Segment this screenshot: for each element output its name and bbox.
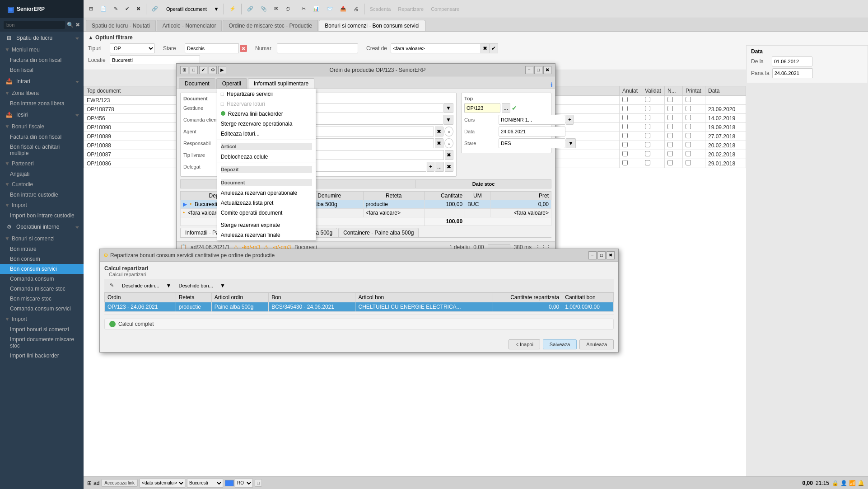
- sidebar-item-angajati[interactable]: Angajati: [0, 169, 84, 179]
- chk-n-7[interactable]: [667, 160, 673, 165]
- toolbar-edit-btn[interactable]: ✎: [111, 4, 121, 14]
- toolbar-inbox-btn[interactable]: 📥: [337, 4, 350, 14]
- delegat-dots-btn[interactable]: ...: [435, 162, 444, 172]
- chk-validat-2[interactable]: [645, 115, 650, 120]
- toolbar-timer-btn[interactable]: ⏱: [282, 5, 294, 14]
- acceseaza-link-btn[interactable]: Acceseaza link: [101, 479, 138, 487]
- sidebar-item-import-doc-miscare[interactable]: Import documente miscare stoc: [0, 334, 84, 351]
- chk-validat-1[interactable]: [645, 106, 650, 111]
- order-tab-informatii[interactable]: Informatii suplimentare: [248, 78, 314, 89]
- chk-n-6[interactable]: [667, 151, 673, 156]
- toolbar-link-btn[interactable]: 🔗: [149, 4, 161, 14]
- chk-anulat-0[interactable]: [622, 97, 628, 102]
- sidebar-search-input[interactable]: [4, 21, 65, 29]
- sidebar-operatiuni[interactable]: ⚙ Operatiuni interne: [0, 221, 84, 233]
- repartizare-toolbar-btn1[interactable]: ✎: [107, 281, 117, 290]
- curs-plus-btn[interactable]: +: [566, 115, 574, 125]
- sidebar-item-bon-miscare-stoc[interactable]: Bon miscare stoc: [0, 294, 84, 304]
- chk-anulat-2[interactable]: [622, 115, 628, 120]
- operatii-menu-item-rezerva-lini[interactable]: Rezerva linii backorder: [217, 109, 316, 119]
- statusbar-monitor-btn[interactable]: □: [255, 479, 262, 487]
- toolbar-link2-btn[interactable]: 🔗: [244, 4, 257, 14]
- toolbar-repartizare-btn[interactable]: Repartizare: [395, 5, 427, 14]
- top-dots-btn[interactable]: ...: [502, 103, 510, 113]
- chk-printat-2[interactable]: [686, 115, 691, 120]
- chk-validat-7[interactable]: [645, 160, 650, 165]
- operatii-menu-item-editeaza[interactable]: Editeaza loturi...: [217, 129, 316, 139]
- stare-input[interactable]: [499, 138, 565, 148]
- sidebar-import2-header[interactable]: ▼ Import: [0, 314, 84, 324]
- sidebar-item-comanda-miscare-stoc[interactable]: Comanda miscare stoc: [0, 284, 84, 294]
- order-modal-maximize[interactable]: □: [534, 66, 542, 74]
- chk-n-2[interactable]: [667, 115, 673, 120]
- operatii-menu-item-anuleaza-op[interactable]: Anuleaza rezervari operationale: [217, 188, 316, 198]
- chk-n-4[interactable]: [667, 133, 673, 138]
- chk-printat-6[interactable]: [686, 151, 691, 156]
- sidebar-item-factura-bon2[interactable]: Factura din bon fiscal: [0, 132, 84, 142]
- sidebar-item-bon-cu-achitari[interactable]: Bon fiscal cu achitari multiple: [0, 142, 84, 158]
- chk-anulat-1[interactable]: [622, 106, 628, 111]
- comanda-dropdown-btn[interactable]: ▼: [444, 115, 453, 125]
- sidebar-item-factura-bon[interactable]: Factura din bon fiscal: [0, 55, 84, 65]
- repartizare-deschide-ordin-arrow[interactable]: ▼: [164, 281, 174, 291]
- sidebar-zona-header[interactable]: ▼ Zona libera: [0, 88, 84, 99]
- chk-anulat-7[interactable]: [622, 160, 628, 165]
- sidebar-bonuri-comenzi-header[interactable]: ▼ Bonuri si comenzi: [0, 233, 84, 244]
- inapoi-btn[interactable]: < Inapoi: [509, 339, 540, 349]
- toolbar-grid-btn[interactable]: ⊞: [86, 4, 96, 14]
- toolbar-compensare-btn[interactable]: Compensare: [428, 5, 462, 14]
- chk-printat-5[interactable]: [686, 142, 691, 147]
- chk-validat-3[interactable]: [645, 124, 650, 129]
- sidebar-parteneri-header[interactable]: ▼ Parteneri: [0, 158, 84, 169]
- toolbar-operatii-arrow[interactable]: ▼: [211, 4, 221, 14]
- agent-clear-btn[interactable]: ✖: [435, 127, 443, 136]
- filter-stare-input[interactable]: [185, 43, 239, 53]
- tab-bonuri-comenzi[interactable]: Bonuri si comenzi - Bon consum servici: [319, 20, 425, 31]
- tab-ordine-miscare[interactable]: Ordine de miscare stoc - Productie: [223, 20, 318, 31]
- sidebar-item-bon-fiscal[interactable]: Bon fiscal: [0, 65, 84, 75]
- toolbar-scadenta-btn[interactable]: Scadenta: [367, 5, 394, 14]
- toolbar-attach-btn[interactable]: 📎: [257, 4, 270, 14]
- toolbar-cancel-btn[interactable]: ✖: [133, 4, 144, 14]
- sidebar-bonuri-header[interactable]: ▼ Bonuri fiscale: [0, 121, 84, 132]
- order-tab-document[interactable]: Document: [179, 78, 215, 89]
- filter-tipuri-select[interactable]: OP: [110, 43, 155, 53]
- location-select[interactable]: Bucuresti: [187, 479, 223, 488]
- lang-select[interactable]: RO: [235, 479, 253, 488]
- data-input[interactable]: [499, 127, 565, 136]
- calcul-complet-btn[interactable]: Calcul complet: [104, 319, 614, 329]
- sidebar-menu-header[interactable]: ▼ Meniul meu: [0, 44, 84, 55]
- repartizare-deschide-ordin-btn[interactable]: Deschide ordin...: [118, 281, 163, 290]
- sidebar-item-import-bon-custodie[interactable]: Import bon intrare custodie: [0, 211, 84, 221]
- tip-livrare-clear-btn[interactable]: ✖: [445, 150, 453, 160]
- chk-anulat-6[interactable]: [622, 151, 628, 156]
- sidebar-item-comanda-consum-servici[interactable]: Comanda consum servici: [0, 304, 84, 314]
- toolbar-mail-btn[interactable]: ✉: [271, 4, 281, 14]
- order-modal-close[interactable]: ✖: [543, 66, 551, 74]
- sidebar-import-header[interactable]: ▼ Import: [0, 200, 84, 211]
- sidebar-item-comanda-consum[interactable]: Comanda consum: [0, 274, 84, 284]
- tab-spatiu-lucru[interactable]: Spatiu de lucru - Noutati: [86, 20, 156, 31]
- operatii-menu-item-repartizare-servicii[interactable]: □ Repartizare servicii: [217, 89, 316, 99]
- chk-validat-4[interactable]: [645, 133, 650, 138]
- toolbar-new-btn[interactable]: 📄: [97, 4, 110, 14]
- help-icon[interactable]: ℹ: [551, 81, 553, 89]
- chk-printat-3[interactable]: [686, 124, 691, 129]
- toolbar-send-btn[interactable]: 📨: [323, 4, 336, 14]
- sidebar-custodie-header[interactable]: ▼ Custodie: [0, 179, 84, 190]
- order-modal-minimize[interactable]: −: [525, 66, 533, 74]
- top-input[interactable]: [464, 103, 500, 113]
- sidebar-workspace[interactable]: ⊞ Spatiu de lucru: [0, 32, 84, 44]
- operatii-menu-item-rezervare-loturi[interactable]: □ Rezervare loturi: [217, 99, 316, 109]
- filter-collapse-icon[interactable]: ▲: [88, 34, 93, 41]
- chk-anulat-3[interactable]: [622, 124, 628, 129]
- repartizare-deschide-bon-btn[interactable]: Deschide bon...: [174, 281, 217, 290]
- chk-anulat-4[interactable]: [622, 133, 628, 138]
- filter-creat-ok-btn[interactable]: ✔: [490, 43, 498, 53]
- toolbar-operatii-btn[interactable]: Operatii document: [162, 5, 211, 14]
- date-de-la-input[interactable]: [772, 56, 812, 66]
- sidebar-item-import-lini-backorder[interactable]: Import lini backorder: [0, 351, 84, 361]
- sidebar-item-bon-intrare[interactable]: Bon intrare: [0, 244, 84, 254]
- order-modal-icon3[interactable]: ✔: [199, 66, 207, 74]
- order-modal-icon1[interactable]: ⊞: [180, 66, 188, 74]
